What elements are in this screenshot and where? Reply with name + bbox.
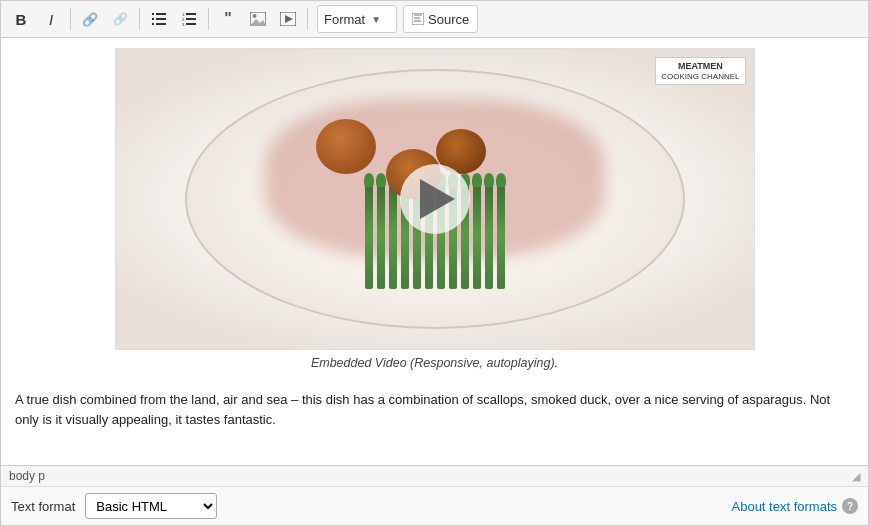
footer-bar: Text format Basic HTML Full HTML Plain t… <box>1 486 868 525</box>
svg-rect-0 <box>152 13 154 15</box>
format-select-wrapper: Text format Basic HTML Full HTML Plain t… <box>11 493 217 519</box>
bullet-list-icon <box>152 12 166 26</box>
format-dropdown-arrow: ▼ <box>371 14 381 25</box>
editor-area[interactable]: MEATMEN COOKING CHANNEL Embedded Video (… <box>1 38 868 465</box>
about-text-formats-link[interactable]: About text formats <box>732 499 838 514</box>
status-bar: body p ◢ <box>1 465 868 486</box>
svg-rect-9 <box>186 18 196 20</box>
svg-rect-7 <box>186 13 196 15</box>
bullet-list-button[interactable] <box>145 5 173 33</box>
svg-point-13 <box>253 14 257 18</box>
watermark-line1: MEATMEN <box>661 61 739 72</box>
format-label: Format <box>324 12 365 27</box>
asparagus-stalk-10 <box>473 179 481 289</box>
image-button[interactable] <box>244 5 272 33</box>
svg-rect-3 <box>156 18 166 20</box>
toolbar: B I 🔗 🔗 1. 2. 3. <box>1 1 868 38</box>
svg-rect-2 <box>152 18 154 20</box>
toolbar-separator-1 <box>70 8 71 30</box>
video-watermark: MEATMEN COOKING CHANNEL <box>655 57 745 85</box>
media-button[interactable] <box>274 5 302 33</box>
asparagus-stalk-12 <box>497 179 505 289</box>
link-button[interactable]: 🔗 <box>76 5 104 33</box>
svg-rect-1 <box>156 13 166 15</box>
food-piece-1 <box>316 119 376 174</box>
resize-handle[interactable]: ◢ <box>852 470 860 483</box>
svg-rect-5 <box>156 23 166 25</box>
svg-text:3.: 3. <box>182 22 185 26</box>
source-button[interactable]: Source <box>403 5 478 33</box>
blockquote-button[interactable]: " <box>214 5 242 33</box>
status-bar-left: body p <box>9 469 45 483</box>
bold-button[interactable]: B <box>7 5 35 33</box>
about-link-wrapper: About text formats ? <box>732 498 859 514</box>
asparagus-stalk-1 <box>365 179 373 289</box>
asparagus-stalk-11 <box>485 179 493 289</box>
text-format-select[interactable]: Basic HTML Full HTML Plain text Restrict… <box>85 493 217 519</box>
numbered-list-icon: 1. 2. 3. <box>182 12 196 26</box>
video-container: MEATMEN COOKING CHANNEL Embedded Video (… <box>115 48 755 374</box>
unlink-icon: 🔗 <box>113 12 128 26</box>
source-label: Source <box>428 12 469 27</box>
asparagus-stalk-3 <box>389 179 397 289</box>
numbered-list-button[interactable]: 1. 2. 3. <box>175 5 203 33</box>
unlink-button[interactable]: 🔗 <box>106 5 134 33</box>
body-text: A true dish combined from the land, air … <box>13 382 856 436</box>
text-format-label: Text format <box>11 499 75 514</box>
media-icon <box>280 12 296 26</box>
video-thumbnail[interactable]: MEATMEN COOKING CHANNEL <box>115 48 755 350</box>
toolbar-separator-2 <box>139 8 140 30</box>
toolbar-separator-4 <box>307 8 308 30</box>
video-background: MEATMEN COOKING CHANNEL <box>116 49 754 349</box>
svg-marker-14 <box>250 19 266 26</box>
play-button[interactable] <box>400 164 470 234</box>
italic-button[interactable]: I <box>37 5 65 33</box>
image-icon <box>250 12 266 26</box>
svg-marker-16 <box>285 15 293 23</box>
link-icon: 🔗 <box>82 12 98 27</box>
editor-wrapper: B I 🔗 🔗 1. 2. 3. <box>0 0 869 526</box>
video-caption: Embedded Video (Responsive, autoplaying)… <box>115 350 755 374</box>
help-icon[interactable]: ? <box>842 498 858 514</box>
toolbar-separator-3 <box>208 8 209 30</box>
source-icon <box>412 13 424 25</box>
format-dropdown[interactable]: Format ▼ <box>317 5 397 33</box>
svg-rect-4 <box>152 23 154 25</box>
play-triangle-icon <box>420 179 455 219</box>
watermark-line2: COOKING CHANNEL <box>661 72 739 82</box>
svg-rect-11 <box>186 23 196 25</box>
asparagus-stalk-2 <box>377 179 385 289</box>
editor-path: body p <box>9 469 45 483</box>
